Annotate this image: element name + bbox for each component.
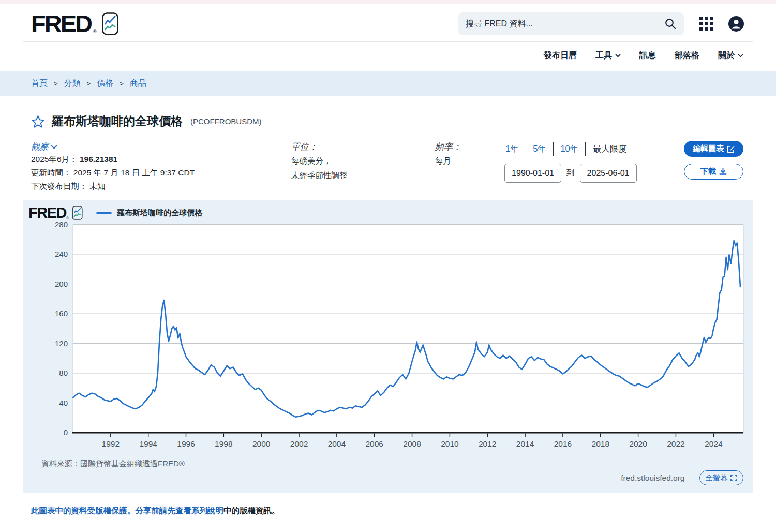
breadcrumb-prices[interactable]: 價格 xyxy=(97,78,113,89)
search-box[interactable] xyxy=(458,12,684,35)
chart-header: FRED ® 羅布斯塔咖啡的全球價格 xyxy=(28,205,202,220)
units-value-line1: 每磅美分， xyxy=(291,154,417,167)
nav-news[interactable]: 訊息 xyxy=(639,50,656,61)
chevron-down-icon xyxy=(615,54,621,57)
range-10y[interactable]: 10年 xyxy=(554,143,585,155)
updated-line: 更新時間： 2025 年 7 月 18 日 上午 9:37 CDT xyxy=(31,166,273,180)
chart-actions: 編輯圖表 下載 xyxy=(658,141,743,193)
fred-logo[interactable]: FRED ® xyxy=(31,12,118,35)
observations-toggle[interactable]: 觀察 xyxy=(31,141,57,153)
svg-text:200: 200 xyxy=(55,279,68,288)
fullscreen-button[interactable]: 全螢幕 xyxy=(699,470,744,485)
frequency-label: 頻率： xyxy=(435,142,461,152)
svg-text:1998: 1998 xyxy=(215,439,232,448)
observation-block: 觀察 2025年6月： 196.21381 更新時間： 2025 年 7 月 1… xyxy=(31,141,273,193)
range-max[interactable]: 最大限度 xyxy=(586,143,634,155)
svg-text:2004: 2004 xyxy=(328,439,346,448)
svg-text:2006: 2006 xyxy=(365,439,383,448)
chevron-down-icon xyxy=(738,54,743,57)
svg-text:2012: 2012 xyxy=(479,439,496,448)
svg-text:2018: 2018 xyxy=(592,439,609,448)
download-button[interactable]: 下載 xyxy=(684,164,743,180)
svg-text:2014: 2014 xyxy=(516,439,534,448)
copyright-notice: 此圖表中的資料受版權保護。分享前請先查看系列說明中的版權資訊。 xyxy=(31,506,745,516)
svg-text:0: 0 xyxy=(64,428,68,437)
download-icon xyxy=(719,168,727,175)
units-value-line2: 未經季節性調整 xyxy=(291,169,417,182)
end-date-input[interactable] xyxy=(580,164,637,183)
next-release-line: 下次發布日期： 未知 xyxy=(31,180,273,193)
breadcrumb-separator: > xyxy=(54,80,58,87)
star-icon[interactable] xyxy=(31,115,45,128)
chart-legend: 羅布斯塔咖啡的全球價格 xyxy=(96,208,202,218)
search-icon[interactable] xyxy=(664,18,677,30)
edit-graph-button[interactable]: 編輯圖表 xyxy=(684,141,743,157)
chart-footer: fred.stlouisfed.org 全螢幕 xyxy=(621,470,743,485)
breadcrumb: 首頁 > 分類 > 價格 > 商品 xyxy=(0,71,776,96)
svg-text:2024: 2024 xyxy=(705,439,723,448)
nav-tools[interactable]: 工具 xyxy=(595,50,621,61)
registered-mark: ® xyxy=(66,216,69,220)
copyright-link[interactable]: 此圖表中的資料受版權保護。分享前請先查看系列說明 xyxy=(31,506,223,515)
svg-text:80: 80 xyxy=(59,368,68,377)
svg-text:1992: 1992 xyxy=(102,439,120,448)
fullscreen-icon xyxy=(730,475,737,481)
page-title: 羅布斯塔咖啡的全球價格 xyxy=(52,113,183,129)
apps-grid-icon[interactable] xyxy=(699,17,713,31)
legend-line-swatch xyxy=(96,212,112,214)
edit-icon xyxy=(727,145,735,153)
price-line-chart[interactable]: 0408012016020024028019921994199619982000… xyxy=(23,220,753,453)
date-inputs: 到 xyxy=(504,164,658,183)
svg-text:2008: 2008 xyxy=(403,439,421,448)
nav-blog[interactable]: 部落格 xyxy=(675,50,699,61)
svg-text:2020: 2020 xyxy=(629,439,647,448)
svg-text:40: 40 xyxy=(59,398,68,407)
observation-value: 196.21381 xyxy=(80,155,117,164)
series-id: (PCOFFROBUSDM) xyxy=(190,117,262,126)
nav-release-calendar[interactable]: 發布日曆 xyxy=(544,50,577,61)
svg-text:1996: 1996 xyxy=(177,439,195,448)
range-1y[interactable]: 1年 xyxy=(504,143,526,155)
chevron-down-icon xyxy=(51,145,57,149)
frequency-block: 頻率： 每月 xyxy=(417,141,477,193)
svg-text:2000: 2000 xyxy=(252,439,271,448)
svg-text:2010: 2010 xyxy=(441,439,459,448)
registered-mark: ® xyxy=(93,29,97,34)
nav-about[interactable]: 關於 xyxy=(718,50,743,61)
fred-chart-logo-icon xyxy=(72,206,83,220)
fred-chart-logo-icon xyxy=(102,12,118,35)
svg-text:240: 240 xyxy=(55,249,68,258)
date-range-block: 1年 5年 10年 最大限度 到 xyxy=(477,141,658,193)
meta-panel: 觀察 2025年6月： 196.21381 更新時間： 2025 年 7 月 1… xyxy=(0,129,776,193)
svg-text:280: 280 xyxy=(55,220,68,229)
search-input[interactable] xyxy=(466,19,664,28)
site-url: fred.stlouisfed.org xyxy=(621,474,684,483)
svg-text:2016: 2016 xyxy=(554,439,572,448)
svg-text:1994: 1994 xyxy=(139,439,157,448)
main-nav: 發布日曆 工具 訊息 部落格 關於 xyxy=(0,42,776,71)
frequency-value: 每月 xyxy=(435,154,477,167)
units-block: 單位： 每磅美分， 未經季節性調整 xyxy=(273,141,417,193)
header-icons xyxy=(699,16,744,32)
fred-series-page: FRED ® 發布日曆 工具 訊息 部落格 關於 xyxy=(0,0,776,532)
start-date-input[interactable] xyxy=(504,164,561,183)
svg-text:120: 120 xyxy=(55,339,68,348)
units-label: 單位： xyxy=(291,142,318,152)
range-5y[interactable]: 5年 xyxy=(526,143,553,155)
fred-logo-text: FRED xyxy=(31,12,91,35)
breadcrumb-separator: > xyxy=(87,80,91,87)
svg-text:2022: 2022 xyxy=(667,439,684,448)
account-icon[interactable] xyxy=(728,16,744,32)
breadcrumb-separator: > xyxy=(120,80,124,87)
svg-text:2002: 2002 xyxy=(290,439,308,448)
header: FRED ® xyxy=(0,4,776,41)
chart-source: 資料來源：國際貨幣基金組織透過FRED® xyxy=(41,459,185,469)
legend-label: 羅布斯塔咖啡的全球價格 xyxy=(117,208,202,218)
title-row: 羅布斯塔咖啡的全球價格 (PCOFFROBUSDM) xyxy=(0,96,776,129)
chart-container: FRED ® 羅布斯塔咖啡的全球價格 040801201602002402801… xyxy=(23,200,753,493)
breadcrumb-commodities[interactable]: 商品 xyxy=(130,78,146,89)
breadcrumb-categories[interactable]: 分類 xyxy=(64,78,81,89)
chart-fred-watermark: FRED xyxy=(28,205,66,220)
top-strip xyxy=(0,0,776,4)
breadcrumb-home[interactable]: 首頁 xyxy=(31,78,48,89)
